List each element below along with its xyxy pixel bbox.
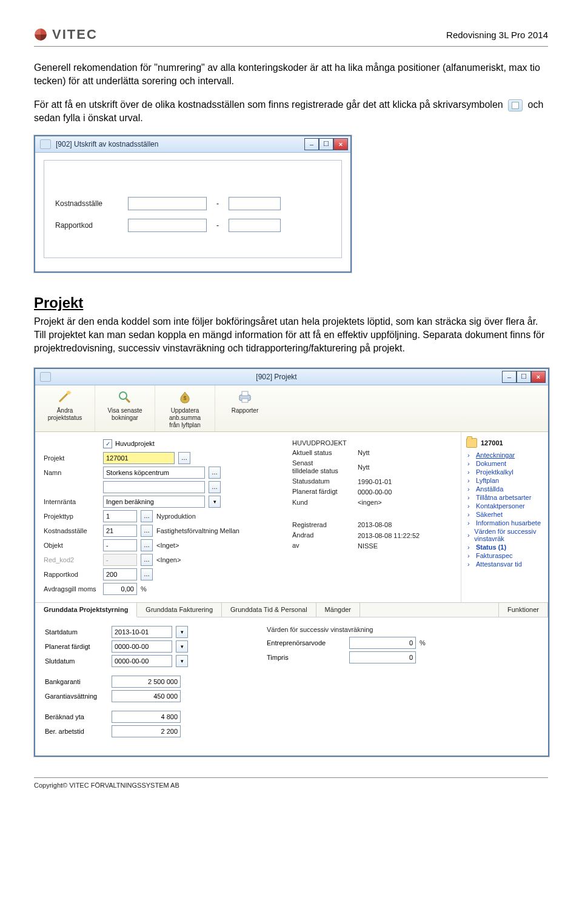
- tree-item[interactable]: ›Attestansvar tid: [467, 560, 543, 568]
- projekt-label: Projekt: [44, 454, 99, 462]
- chevron-right-icon: ›: [467, 494, 473, 501]
- tree-item[interactable]: ›Anteckningar: [467, 451, 543, 459]
- tab-funktioner[interactable]: Funktioner: [498, 603, 548, 617]
- wand-icon: [56, 389, 73, 405]
- section-text-projekt: Projekt är den enda koddel som inte följ…: [34, 315, 548, 356]
- minimize-button[interactable]: –: [304, 138, 319, 150]
- dropdown-button[interactable]: ▾: [209, 496, 221, 508]
- chevron-right-icon: ›: [467, 460, 473, 467]
- tree-item[interactable]: ›Tillåtna arbetsarter: [467, 494, 543, 501]
- projekttyp-text: Nyproduktion: [156, 513, 196, 520]
- tool-label: Ändra projektstatus: [39, 407, 91, 428]
- tree-item-label: Säkerhet: [476, 511, 503, 518]
- paragraph-2: För att få en utskrift över de olika kos…: [34, 98, 548, 125]
- tree-item[interactable]: ›Kontaktpersoner: [467, 502, 543, 510]
- chevron-right-icon: ›: [467, 519, 473, 527]
- lookup-button[interactable]: …: [141, 539, 153, 551]
- chevron-right-icon: ›: [467, 552, 473, 559]
- date-dropdown-button[interactable]: ▾: [176, 626, 188, 638]
- rapportkod-from-input[interactable]: [128, 219, 207, 232]
- ber-arbetstid-input[interactable]: [112, 725, 181, 737]
- percent-label: %: [420, 639, 426, 646]
- tree-item[interactable]: ›Värden för successiv vinstavräk: [467, 528, 543, 542]
- bankgaranti-label: Bankgaranti: [45, 678, 108, 685]
- toolbar: Ändra projektstatus Visa senaste bokning…: [35, 385, 548, 432]
- label-rapportkod: Rapportkod: [55, 221, 122, 230]
- ber-arbetstid-label: Ber. arbetstid: [45, 728, 108, 735]
- filter-panel: Kostnadsställe - Rapportkod -: [44, 160, 342, 258]
- beraknad-yta-input[interactable]: [112, 711, 181, 723]
- huvudprojekt-heading: HUVUDPROJEKT: [292, 439, 347, 447]
- lookup-button[interactable]: …: [178, 452, 190, 464]
- startdatum-input[interactable]: [112, 626, 172, 638]
- maximize-button[interactable]: ☐: [517, 371, 531, 383]
- tab-grunddata-projektstyrning[interactable]: Grunddata Projektstyrning: [35, 603, 137, 617]
- tree-item[interactable]: ›Säkerhet: [467, 511, 543, 518]
- form-mid: HUVUDPROJEKT Aktuell statusNytt Senast t…: [287, 432, 461, 602]
- window-projekt: [902] Projekt – ☐ × Ändra projektstatus …: [34, 368, 549, 757]
- namn-input-2[interactable]: [103, 481, 205, 493]
- tab-mangder[interactable]: Mängder: [316, 603, 360, 617]
- projekttyp-input[interactable]: [103, 510, 137, 522]
- tree-item[interactable]: ›Dokument: [467, 460, 543, 467]
- tree-item[interactable]: ›Status (1): [467, 543, 543, 551]
- lookup-button[interactable]: …: [141, 554, 153, 566]
- lookup-button[interactable]: …: [141, 568, 153, 580]
- senast-status-label: Senast tilldelade status: [292, 459, 354, 475]
- tree-item[interactable]: ›Lyftplan: [467, 477, 543, 484]
- main-area: ✓ Huvudprojekt Projekt … Namn …: [35, 432, 548, 602]
- planerat-value: 0000-00-00: [358, 488, 392, 496]
- entreprenorsarvode-input[interactable]: [349, 637, 416, 649]
- chevron-right-icon: ›: [467, 485, 473, 493]
- date-dropdown-button[interactable]: ▾: [176, 640, 188, 653]
- tree-item[interactable]: ›Anställda: [467, 485, 543, 493]
- brand-logo: VITEC: [34, 27, 98, 42]
- avdragsgill-input[interactable]: [103, 583, 137, 595]
- tool-uppdatera-anbsumma[interactable]: $ Uppdatera anb.summa från lyftplan: [155, 385, 215, 431]
- planerat-label: Planerat färdigt: [292, 488, 354, 496]
- close-button[interactable]: ×: [531, 371, 546, 383]
- tool-andra-projektstatus[interactable]: Ändra projektstatus: [35, 385, 95, 431]
- tab-grunddata-tid-personal[interactable]: Grunddata Tid & Personal: [222, 603, 316, 617]
- tree-item-label: Kontaktpersoner: [476, 502, 525, 510]
- rapportkod-input[interactable]: [103, 568, 137, 580]
- bankgaranti-input[interactable]: [112, 676, 181, 688]
- tab-grunddata-fakturering[interactable]: Grunddata Fakturering: [137, 603, 222, 617]
- tree-item-label: Anteckningar: [476, 451, 515, 459]
- tool-rapporter[interactable]: Rapporter: [215, 385, 275, 431]
- lookup-button[interactable]: …: [141, 525, 153, 537]
- tree-item-label: Attestansvar tid: [476, 560, 522, 568]
- minimize-button[interactable]: –: [502, 371, 517, 383]
- close-button[interactable]: ×: [333, 138, 348, 150]
- projekt-input[interactable]: [103, 452, 175, 464]
- garantiavsattning-label: Garantiavsättning: [45, 693, 108, 700]
- maximize-button[interactable]: ☐: [319, 138, 333, 150]
- tool-visa-senaste-bokningar[interactable]: Visa senaste bokningar: [95, 385, 155, 431]
- date-dropdown-button[interactable]: ▾: [176, 655, 188, 667]
- beraknad-yta-label: Beräknad yta: [45, 713, 108, 720]
- namn-label: Namn: [44, 469, 99, 476]
- objekt-input[interactable]: [103, 539, 137, 551]
- internranta-input[interactable]: [103, 496, 205, 508]
- kostnadsstalle-input[interactable]: [103, 525, 137, 537]
- timpris-input[interactable]: [349, 651, 416, 663]
- lookup-button[interactable]: …: [209, 467, 221, 479]
- lookup-button[interactable]: …: [209, 481, 221, 493]
- garantiavsattning-input[interactable]: [112, 690, 181, 702]
- namn-input[interactable]: [103, 467, 205, 479]
- tree-item[interactable]: ›Information husarbete: [467, 519, 543, 527]
- planeratfardigt-label: Planerat färdigt: [45, 643, 108, 650]
- tree-root[interactable]: 127001: [466, 438, 543, 448]
- lookup-button[interactable]: …: [141, 510, 153, 522]
- printer-icon: [508, 99, 523, 111]
- kostnadsstalle-to-input[interactable]: [229, 197, 281, 210]
- statusdatum-label: Statusdatum: [292, 477, 354, 485]
- planeratfardigt-input[interactable]: [112, 640, 172, 653]
- tree-item[interactable]: ›Fakturaspec: [467, 552, 543, 559]
- rapportkod-to-input[interactable]: [229, 219, 281, 232]
- tool-label: Visa senaste bokningar: [99, 407, 151, 428]
- slutdatum-input[interactable]: [112, 655, 172, 667]
- tree-item[interactable]: ›Projektkalkyl: [467, 468, 543, 476]
- kostnadsstalle-from-input[interactable]: [128, 197, 207, 210]
- huvudprojekt-checkbox[interactable]: ✓ Huvudprojekt: [103, 439, 155, 448]
